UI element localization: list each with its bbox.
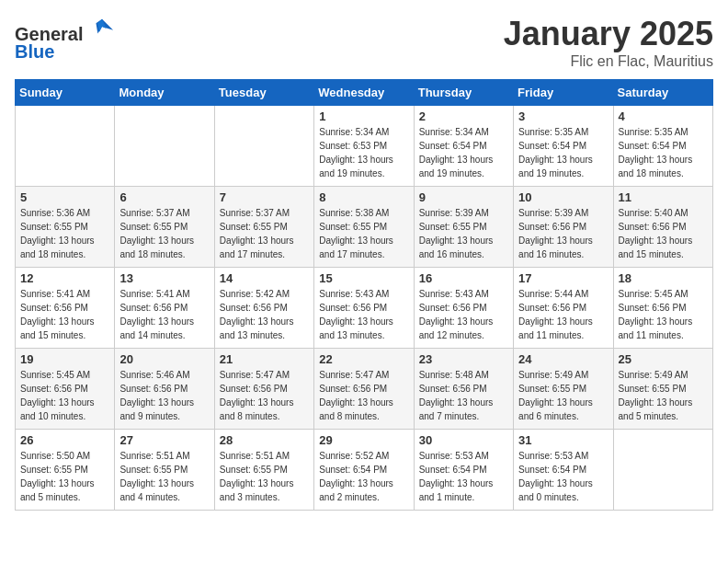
day-info: Sunrise: 5:53 AM Sunset: 6:54 PM Dayligh… bbox=[419, 449, 508, 504]
calendar-day-cell: 25Sunrise: 5:49 AM Sunset: 6:55 PM Dayli… bbox=[613, 349, 712, 430]
calendar-day-cell: 22Sunrise: 5:47 AM Sunset: 6:56 PM Dayli… bbox=[314, 349, 414, 430]
calendar-day-cell bbox=[16, 106, 115, 187]
calendar-day-cell bbox=[115, 106, 214, 187]
calendar-day-cell bbox=[214, 106, 313, 187]
calendar-day-cell: 4Sunrise: 5:35 AM Sunset: 6:54 PM Daylig… bbox=[613, 106, 712, 187]
day-number: 28 bbox=[220, 433, 309, 447]
day-number: 22 bbox=[319, 352, 408, 366]
day-number: 30 bbox=[419, 433, 508, 447]
day-number: 25 bbox=[619, 352, 708, 366]
calendar-day-cell: 7Sunrise: 5:37 AM Sunset: 6:55 PM Daylig… bbox=[214, 187, 313, 268]
day-info: Sunrise: 5:43 AM Sunset: 6:56 PM Dayligh… bbox=[319, 287, 408, 342]
calendar-header-row: SundayMondayTuesdayWednesdayThursdayFrid… bbox=[16, 80, 713, 106]
day-number: 31 bbox=[518, 433, 608, 447]
day-info: Sunrise: 5:45 AM Sunset: 6:56 PM Dayligh… bbox=[619, 287, 708, 342]
logo-bird-icon bbox=[89, 15, 115, 40]
day-number: 19 bbox=[20, 352, 109, 366]
day-info: Sunrise: 5:34 AM Sunset: 6:53 PM Dayligh… bbox=[319, 125, 408, 180]
page-header: General Blue January 2025 Flic en Flac, … bbox=[15, 15, 713, 70]
day-info: Sunrise: 5:42 AM Sunset: 6:56 PM Dayligh… bbox=[220, 287, 309, 342]
logo: General Blue bbox=[15, 15, 115, 63]
calendar-day-cell: 8Sunrise: 5:38 AM Sunset: 6:55 PM Daylig… bbox=[314, 187, 414, 268]
day-info: Sunrise: 5:37 AM Sunset: 6:55 PM Dayligh… bbox=[220, 206, 309, 261]
day-number: 12 bbox=[20, 271, 109, 285]
calendar-day-cell: 29Sunrise: 5:52 AM Sunset: 6:54 PM Dayli… bbox=[314, 430, 414, 511]
day-info: Sunrise: 5:53 AM Sunset: 6:54 PM Dayligh… bbox=[518, 449, 608, 504]
calendar-day-cell: 5Sunrise: 5:36 AM Sunset: 6:55 PM Daylig… bbox=[16, 187, 115, 268]
day-info: Sunrise: 5:40 AM Sunset: 6:56 PM Dayligh… bbox=[619, 206, 708, 261]
day-number: 20 bbox=[119, 352, 209, 366]
day-number: 6 bbox=[119, 190, 209, 204]
day-info: Sunrise: 5:35 AM Sunset: 6:54 PM Dayligh… bbox=[518, 125, 608, 180]
calendar-day-cell: 31Sunrise: 5:53 AM Sunset: 6:54 PM Dayli… bbox=[514, 430, 613, 511]
page-subtitle: Flic en Flac, Mauritius bbox=[504, 53, 713, 70]
day-info: Sunrise: 5:45 AM Sunset: 6:56 PM Dayligh… bbox=[20, 368, 109, 423]
day-info: Sunrise: 5:37 AM Sunset: 6:55 PM Dayligh… bbox=[119, 206, 209, 261]
calendar-day-cell: 16Sunrise: 5:43 AM Sunset: 6:56 PM Dayli… bbox=[414, 268, 513, 349]
day-number: 27 bbox=[119, 433, 209, 447]
calendar-day-cell: 24Sunrise: 5:49 AM Sunset: 6:55 PM Dayli… bbox=[514, 349, 613, 430]
calendar-day-cell: 13Sunrise: 5:41 AM Sunset: 6:56 PM Dayli… bbox=[115, 268, 214, 349]
calendar-day-cell: 30Sunrise: 5:53 AM Sunset: 6:54 PM Dayli… bbox=[414, 430, 513, 511]
calendar-day-cell: 9Sunrise: 5:39 AM Sunset: 6:55 PM Daylig… bbox=[414, 187, 513, 268]
calendar-day-cell: 3Sunrise: 5:35 AM Sunset: 6:54 PM Daylig… bbox=[514, 106, 613, 187]
day-info: Sunrise: 5:41 AM Sunset: 6:56 PM Dayligh… bbox=[119, 287, 209, 342]
calendar-week-row: 1Sunrise: 5:34 AM Sunset: 6:53 PM Daylig… bbox=[16, 106, 713, 187]
day-info: Sunrise: 5:46 AM Sunset: 6:56 PM Dayligh… bbox=[119, 368, 209, 423]
calendar-day-cell: 6Sunrise: 5:37 AM Sunset: 6:55 PM Daylig… bbox=[115, 187, 214, 268]
day-number: 1 bbox=[319, 109, 408, 123]
day-number: 16 bbox=[419, 271, 508, 285]
weekday-header: Tuesday bbox=[214, 80, 313, 106]
day-number: 18 bbox=[619, 271, 708, 285]
calendar-day-cell: 21Sunrise: 5:47 AM Sunset: 6:56 PM Dayli… bbox=[214, 349, 313, 430]
day-number: 11 bbox=[619, 190, 708, 204]
calendar-week-row: 26Sunrise: 5:50 AM Sunset: 6:55 PM Dayli… bbox=[16, 430, 713, 511]
day-number: 4 bbox=[619, 109, 708, 123]
day-info: Sunrise: 5:49 AM Sunset: 6:55 PM Dayligh… bbox=[619, 368, 708, 423]
day-number: 13 bbox=[119, 271, 209, 285]
day-number: 26 bbox=[20, 433, 109, 447]
day-info: Sunrise: 5:36 AM Sunset: 6:55 PM Dayligh… bbox=[20, 206, 109, 261]
weekday-header: Friday bbox=[514, 80, 613, 106]
calendar-day-cell: 27Sunrise: 5:51 AM Sunset: 6:55 PM Dayli… bbox=[115, 430, 214, 511]
day-number: 9 bbox=[419, 190, 508, 204]
calendar-week-row: 19Sunrise: 5:45 AM Sunset: 6:56 PM Dayli… bbox=[16, 349, 713, 430]
calendar-day-cell bbox=[613, 430, 712, 511]
title-block: January 2025 Flic en Flac, Mauritius bbox=[504, 15, 713, 70]
calendar-day-cell: 14Sunrise: 5:42 AM Sunset: 6:56 PM Dayli… bbox=[214, 268, 313, 349]
calendar-day-cell: 17Sunrise: 5:44 AM Sunset: 6:56 PM Dayli… bbox=[514, 268, 613, 349]
day-number: 17 bbox=[518, 271, 608, 285]
calendar-day-cell: 26Sunrise: 5:50 AM Sunset: 6:55 PM Dayli… bbox=[16, 430, 115, 511]
calendar-day-cell: 28Sunrise: 5:51 AM Sunset: 6:55 PM Dayli… bbox=[214, 430, 313, 511]
weekday-header: Monday bbox=[115, 80, 214, 106]
day-info: Sunrise: 5:44 AM Sunset: 6:56 PM Dayligh… bbox=[518, 287, 608, 342]
day-info: Sunrise: 5:52 AM Sunset: 6:54 PM Dayligh… bbox=[319, 449, 408, 504]
calendar-week-row: 12Sunrise: 5:41 AM Sunset: 6:56 PM Dayli… bbox=[16, 268, 713, 349]
day-number: 23 bbox=[419, 352, 508, 366]
day-info: Sunrise: 5:51 AM Sunset: 6:55 PM Dayligh… bbox=[220, 449, 309, 504]
calendar-day-cell: 23Sunrise: 5:48 AM Sunset: 6:56 PM Dayli… bbox=[414, 349, 513, 430]
day-info: Sunrise: 5:34 AM Sunset: 6:54 PM Dayligh… bbox=[419, 125, 508, 180]
day-info: Sunrise: 5:48 AM Sunset: 6:56 PM Dayligh… bbox=[419, 368, 508, 423]
day-info: Sunrise: 5:35 AM Sunset: 6:54 PM Dayligh… bbox=[619, 125, 708, 180]
day-info: Sunrise: 5:43 AM Sunset: 6:56 PM Dayligh… bbox=[419, 287, 508, 342]
calendar-day-cell: 12Sunrise: 5:41 AM Sunset: 6:56 PM Dayli… bbox=[16, 268, 115, 349]
calendar-day-cell: 1Sunrise: 5:34 AM Sunset: 6:53 PM Daylig… bbox=[314, 106, 414, 187]
day-number: 7 bbox=[220, 190, 309, 204]
calendar-day-cell: 2Sunrise: 5:34 AM Sunset: 6:54 PM Daylig… bbox=[414, 106, 513, 187]
weekday-header: Thursday bbox=[414, 80, 513, 106]
weekday-header: Saturday bbox=[613, 80, 712, 106]
day-info: Sunrise: 5:38 AM Sunset: 6:55 PM Dayligh… bbox=[319, 206, 408, 261]
calendar-table: SundayMondayTuesdayWednesdayThursdayFrid… bbox=[15, 79, 713, 511]
page-title: January 2025 bbox=[504, 15, 713, 53]
calendar-day-cell: 15Sunrise: 5:43 AM Sunset: 6:56 PM Dayli… bbox=[314, 268, 414, 349]
day-number: 8 bbox=[319, 190, 408, 204]
calendar-day-cell: 19Sunrise: 5:45 AM Sunset: 6:56 PM Dayli… bbox=[16, 349, 115, 430]
day-info: Sunrise: 5:41 AM Sunset: 6:56 PM Dayligh… bbox=[20, 287, 109, 342]
day-number: 24 bbox=[518, 352, 608, 366]
calendar-day-cell: 11Sunrise: 5:40 AM Sunset: 6:56 PM Dayli… bbox=[613, 187, 712, 268]
calendar-week-row: 5Sunrise: 5:36 AM Sunset: 6:55 PM Daylig… bbox=[16, 187, 713, 268]
day-number: 3 bbox=[518, 109, 608, 123]
day-number: 14 bbox=[220, 271, 309, 285]
day-number: 21 bbox=[220, 352, 309, 366]
